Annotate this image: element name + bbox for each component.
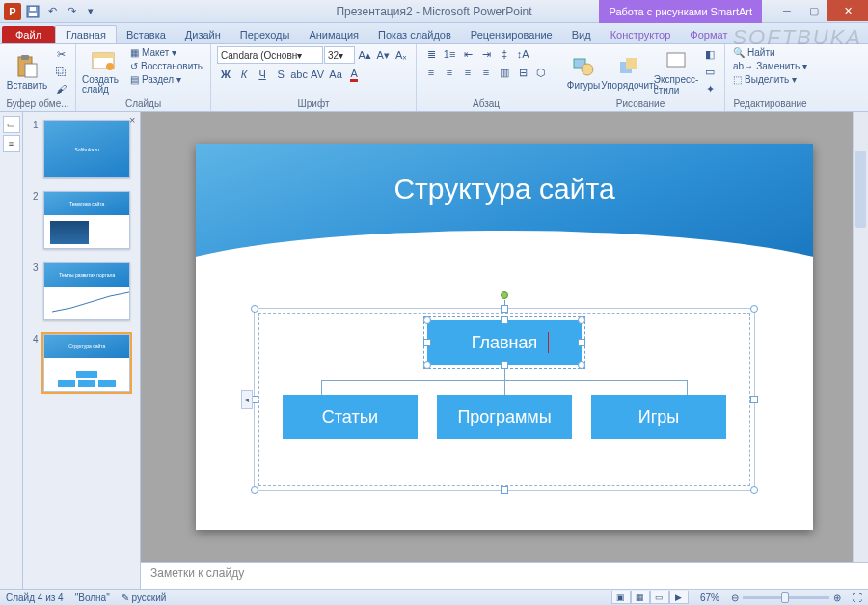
- align-right-icon[interactable]: ≡: [459, 65, 476, 80]
- bullets-icon[interactable]: ≣: [422, 46, 440, 62]
- case-icon[interactable]: Aa: [327, 67, 344, 82]
- cut-icon[interactable]: ✂: [52, 46, 69, 62]
- shape-fill-icon[interactable]: ◧: [701, 46, 719, 62]
- tab-format-context[interactable]: Формат: [680, 26, 737, 43]
- replace-button[interactable]: ab→ Заменить ▾: [731, 60, 809, 72]
- slideshow-view-icon[interactable]: ▶: [669, 591, 689, 604]
- increase-indent-icon[interactable]: ⇥: [477, 46, 495, 62]
- paste-button[interactable]: Вставить: [6, 46, 48, 98]
- fit-window-icon[interactable]: ⛶: [853, 592, 862, 603]
- restore-button[interactable]: ▢: [800, 0, 827, 21]
- minimize-button[interactable]: ─: [773, 0, 800, 21]
- font-name-selector[interactable]: Candara (Основн ▾: [217, 46, 323, 64]
- clear-format-icon[interactable]: Aₓ: [393, 47, 410, 63]
- resize-handle-n[interactable]: [501, 305, 508, 313]
- rotate-handle[interactable]: [501, 291, 508, 299]
- bold-icon[interactable]: Ж: [217, 67, 234, 82]
- columns-icon[interactable]: ▥: [496, 65, 513, 80]
- org-node-child-1[interactable]: Статьи: [283, 395, 418, 439]
- slides-tab-icon[interactable]: ▭: [3, 116, 20, 133]
- reading-view-icon[interactable]: ▭: [650, 591, 669, 604]
- numbering-icon[interactable]: 1≡: [441, 46, 458, 62]
- zoom-value[interactable]: 67%: [700, 592, 719, 603]
- tab-transitions[interactable]: Переходы: [231, 26, 300, 43]
- resize-handle-nw[interactable]: [251, 305, 258, 313]
- smartart-icon[interactable]: ⬡: [532, 65, 550, 80]
- contextual-tab-smartart[interactable]: Работа с рисунками SmartArt: [599, 0, 762, 23]
- tab-home[interactable]: Главная: [55, 25, 117, 43]
- undo-icon[interactable]: ↶: [44, 4, 60, 19]
- reset-button[interactable]: ↺ Восстановить: [128, 60, 204, 72]
- font-color-icon[interactable]: A: [345, 67, 363, 82]
- outline-tab-icon[interactable]: ≡: [3, 135, 20, 152]
- align-left-icon[interactable]: ≡: [422, 65, 440, 80]
- section-button[interactable]: ▤ Раздел ▾: [128, 73, 204, 86]
- vertical-scrollbar[interactable]: [853, 112, 868, 562]
- shapes-button[interactable]: Фигуры: [562, 46, 605, 98]
- window-controls: ─ ▢ ✕: [773, 0, 868, 23]
- tab-insert[interactable]: Вставка: [117, 26, 176, 43]
- normal-view-icon[interactable]: ▣: [611, 591, 631, 604]
- resize-handle-e[interactable]: [750, 396, 758, 403]
- qat-dropdown-icon[interactable]: ▾: [83, 4, 98, 19]
- decrease-indent-icon[interactable]: ⇤: [459, 46, 476, 62]
- org-node-child-2[interactable]: Программы: [437, 395, 572, 439]
- arrange-button[interactable]: Упорядочить: [609, 46, 651, 98]
- tab-animation[interactable]: Анимация: [299, 26, 368, 43]
- slide-canvas[interactable]: Структура сайта ◂ Г: [196, 144, 813, 530]
- zoom-slider[interactable]: ⊖ ⊕: [731, 592, 841, 603]
- justify-icon[interactable]: ≡: [477, 65, 495, 80]
- tab-slideshow[interactable]: Показ слайдов: [368, 26, 461, 43]
- org-node-child-3[interactable]: Игры: [591, 395, 726, 439]
- notes-pane[interactable]: Заметки к слайду: [141, 562, 868, 589]
- resize-handle-s[interactable]: [501, 486, 508, 494]
- smartart-frame[interactable]: ◂ Главная: [254, 308, 755, 491]
- italic-icon[interactable]: К: [235, 67, 253, 82]
- copy-icon[interactable]: ⿻: [52, 64, 69, 79]
- strike-icon[interactable]: S: [272, 67, 289, 82]
- resize-handle-ne[interactable]: [750, 305, 758, 313]
- org-node-root[interactable]: Главная: [427, 320, 582, 365]
- underline-icon[interactable]: Ч: [254, 67, 271, 82]
- resize-handle-sw[interactable]: [251, 486, 258, 494]
- format-painter-icon[interactable]: 🖌: [52, 81, 69, 96]
- tab-view[interactable]: Вид: [562, 26, 601, 43]
- new-slide-button[interactable]: Создать слайд: [82, 46, 124, 98]
- thumbnail-3[interactable]: 3 Темпы развития портала: [33, 262, 130, 320]
- resize-handle-se[interactable]: [750, 486, 758, 494]
- grow-font-icon[interactable]: A▴: [356, 47, 373, 63]
- slide-title[interactable]: Структура сайта: [393, 173, 614, 206]
- quick-styles-button[interactable]: Экспресс-стили: [655, 46, 697, 98]
- align-text-icon[interactable]: ⊟: [514, 65, 531, 80]
- status-language[interactable]: ✎ русский: [122, 592, 167, 603]
- shadow-icon[interactable]: abc: [290, 67, 308, 82]
- font-size-selector[interactable]: 32 ▾: [324, 46, 355, 64]
- shape-outline-icon[interactable]: ▭: [701, 64, 719, 79]
- thumbnail-1[interactable]: 1 Softbuka.ru: [33, 120, 130, 178]
- file-tab[interactable]: Файл: [2, 26, 55, 43]
- spacing-icon[interactable]: AV: [309, 67, 326, 82]
- layout-button[interactable]: ▦ Макет ▾: [128, 46, 204, 59]
- text-pane-toggle[interactable]: ◂: [241, 390, 253, 409]
- line-spacing-icon[interactable]: ‡: [496, 46, 513, 62]
- app-icon[interactable]: P: [4, 3, 21, 20]
- shape-effects-icon[interactable]: ✦: [701, 81, 719, 96]
- select-button[interactable]: ⬚ Выделить ▾: [731, 73, 809, 86]
- zoom-in-icon[interactable]: ⊕: [833, 592, 841, 603]
- sorter-view-icon[interactable]: ▦: [631, 591, 650, 604]
- thumbnail-4[interactable]: 4 Структура сайта: [33, 334, 130, 392]
- tab-design-context[interactable]: Конструктор: [601, 26, 681, 43]
- close-button[interactable]: ✕: [827, 0, 868, 21]
- slide-header: Структура сайта: [196, 144, 813, 269]
- find-button[interactable]: 🔍 Найти: [731, 46, 809, 59]
- zoom-out-icon[interactable]: ⊖: [731, 592, 739, 603]
- text-direction-icon[interactable]: ↕A: [514, 46, 531, 62]
- thumbnail-2[interactable]: 2 Тематика сайта: [33, 191, 130, 249]
- redo-icon[interactable]: ↷: [64, 4, 79, 19]
- group-editing: 🔍 Найти ab→ Заменить ▾ ⬚ Выделить ▾ Реда…: [725, 44, 815, 111]
- tab-review[interactable]: Рецензирование: [461, 26, 562, 43]
- save-icon[interactable]: [25, 4, 41, 19]
- shrink-font-icon[interactable]: A▾: [374, 47, 392, 63]
- tab-design[interactable]: Дизайн: [176, 26, 231, 43]
- align-center-icon[interactable]: ≡: [441, 65, 458, 80]
